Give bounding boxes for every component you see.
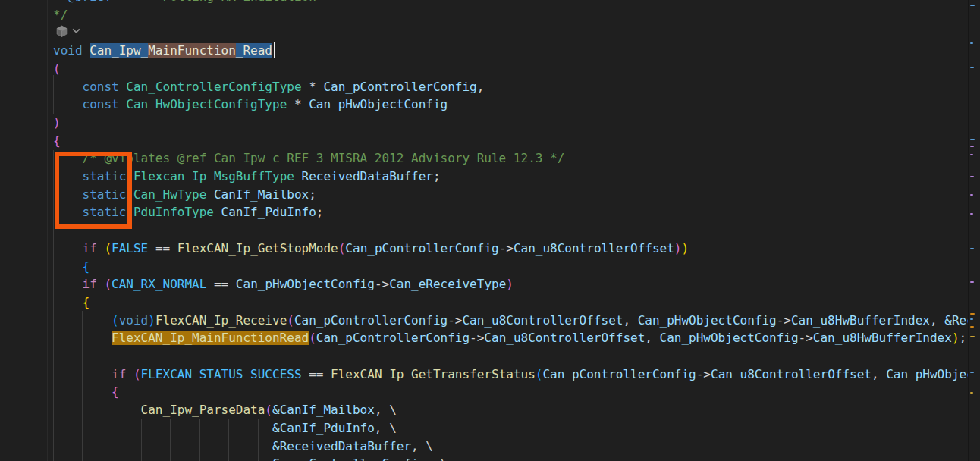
code-line[interactable]: FlexCAN_Ip_MainFunctionRead(Can_pControl… bbox=[53, 329, 966, 347]
code-line[interactable]: */ bbox=[53, 6, 68, 24]
code-token bbox=[214, 205, 221, 219]
code-token bbox=[53, 439, 272, 453]
code-token bbox=[97, 241, 105, 256]
code-line[interactable]: @brief Polling RX indication bbox=[53, 0, 316, 6]
code-token: Can_Ipw_ bbox=[90, 43, 148, 58]
code-token: == bbox=[214, 277, 228, 291]
code-token: CanIf_PduInfo bbox=[280, 421, 375, 435]
code-token: == bbox=[155, 241, 170, 256]
code-token: , bbox=[623, 313, 637, 328]
code-line[interactable]: ) bbox=[53, 114, 61, 132]
code-token bbox=[53, 80, 83, 94]
code-token: ; bbox=[433, 169, 441, 183]
code-token: Can_pControllerConfig bbox=[316, 331, 470, 345]
code-token bbox=[323, 367, 331, 381]
code-token: { bbox=[83, 295, 90, 309]
minimap-mark bbox=[970, 326, 974, 328]
code-line[interactable]: { bbox=[53, 383, 119, 401]
code-token bbox=[119, 97, 127, 111]
code-token: Can_pHwObjectConfig bbox=[236, 277, 375, 291]
code-token: CanIf_Mailbox bbox=[214, 187, 309, 202]
code-token: * bbox=[294, 97, 302, 111]
code-token: ( bbox=[338, 241, 346, 256]
code-token bbox=[53, 277, 83, 291]
code-editor[interactable]: @brief Polling RX indication*/void Can_I… bbox=[0, 0, 980, 461]
code-token: , bbox=[645, 331, 659, 345]
code-token: -> bbox=[375, 277, 389, 291]
code-line[interactable]: { bbox=[53, 132, 61, 150]
code-token bbox=[83, 43, 90, 58]
code-token: Can_Ipw_ParseData bbox=[141, 403, 265, 417]
code-token: Can_u8ControllerOffset bbox=[514, 241, 674, 256]
code-token: { bbox=[83, 259, 90, 274]
code-token bbox=[170, 241, 177, 256]
code-token: CanIf_PduInfo bbox=[221, 205, 316, 219]
code-token: void bbox=[53, 43, 83, 58]
minimap-mark bbox=[970, 146, 974, 147]
code-line[interactable]: ( bbox=[53, 60, 61, 78]
code-token: /* @violates @ref Can_Ipw_c_REF_3 MISRA … bbox=[83, 151, 565, 165]
code-token: FALSE bbox=[112, 241, 148, 256]
code-line[interactable]: Can_pControllerConfig, \ bbox=[53, 455, 448, 461]
code-token bbox=[53, 403, 141, 417]
code-line[interactable]: { bbox=[53, 258, 90, 276]
cube-icon bbox=[55, 25, 68, 38]
minimap-mark bbox=[970, 67, 974, 68]
code-token: ) bbox=[681, 241, 689, 256]
code-line[interactable]: const Can_HwObjectConfigType * Can_pHwOb… bbox=[53, 96, 448, 114]
code-token: ; bbox=[309, 187, 316, 202]
code-token: Can_pHwObjectConfig bbox=[886, 367, 980, 381]
code-line[interactable]: const Can_ControllerConfigType * Can_pCo… bbox=[53, 78, 484, 96]
code-token: Can_pControllerConfig bbox=[294, 313, 448, 328]
code-token: ) bbox=[53, 115, 61, 130]
code-token bbox=[316, 80, 324, 94]
code-token: const bbox=[83, 97, 119, 111]
code-token bbox=[112, 0, 162, 4]
code-token: ( bbox=[53, 61, 61, 76]
code-token: FlexCAN_Ip_GetTransferStatus bbox=[331, 367, 536, 381]
code-line[interactable]: { bbox=[53, 293, 90, 312]
lens-decoration[interactable] bbox=[55, 25, 81, 41]
code-token bbox=[53, 331, 112, 345]
minimap[interactable] bbox=[968, 0, 980, 461]
code-token: & bbox=[944, 313, 952, 328]
code-token: ReceivedDataBuffer bbox=[280, 439, 411, 453]
minimap-mark bbox=[970, 154, 973, 155]
code-token: if bbox=[112, 367, 126, 381]
code-token: , bbox=[872, 367, 886, 381]
code-token: Can_pHwObjectConfig bbox=[660, 331, 799, 345]
code-token: ( bbox=[104, 241, 112, 256]
code-token: , bbox=[375, 421, 389, 435]
gutter-border bbox=[47, 0, 48, 461]
code-token: ( bbox=[104, 277, 112, 291]
minimap-mark bbox=[970, 281, 974, 283]
code-line[interactable]: if (FALSE == FlexCAN_Ip_GetStopMode(Can_… bbox=[53, 240, 689, 258]
code-token: * bbox=[309, 80, 316, 94]
code-line[interactable]: if (CAN_RX_NORMAL == Can_pHwObjectConfig… bbox=[53, 275, 514, 293]
minimap-mark bbox=[970, 5, 975, 6]
code-line[interactable]: Can_Ipw_ParseData(&CanIf_Mailbox, \ bbox=[53, 401, 397, 419]
code-token: Flexcan_Ip_MsgBuffType bbox=[133, 169, 294, 183]
code-line[interactable]: &CanIf_PduInfo, \ bbox=[53, 419, 397, 437]
code-token: Can_u8HwBufferIndex bbox=[791, 313, 930, 328]
code-token bbox=[206, 277, 214, 291]
code-token: Can_HwObjectConfigType bbox=[126, 97, 287, 111]
code-token: Can_u8ControllerOffset bbox=[711, 367, 872, 381]
code-token: ; bbox=[960, 331, 967, 345]
code-token: ( bbox=[133, 367, 141, 381]
code-line[interactable]: &ReceivedDataBuffer, \ bbox=[53, 437, 433, 456]
chevron-down-icon[interactable] bbox=[71, 26, 81, 36]
code-token: FLEXCAN_STATUS_SUCCESS bbox=[141, 367, 302, 381]
code-token: -> bbox=[696, 367, 711, 381]
code-token: CAN_RX_NORMAL bbox=[112, 277, 206, 291]
code-token: MainFunction bbox=[148, 43, 236, 58]
code-token bbox=[119, 80, 127, 94]
code-token: Can_pHwObjectConfig bbox=[309, 97, 448, 111]
code-token: FlexCAN_Ip_Receive bbox=[155, 313, 287, 328]
code-line[interactable]: if (FLEXCAN_STATUS_SUCCESS == FlexCAN_Ip… bbox=[53, 365, 980, 384]
code-line[interactable]: void Can_Ipw_MainFunction_Read bbox=[53, 42, 275, 60]
code-line[interactable]: (void)FlexCAN_Ip_Receive(Can_pController… bbox=[53, 312, 980, 330]
code-token bbox=[53, 295, 83, 309]
code-token: & bbox=[272, 421, 280, 435]
code-token: _Read bbox=[236, 43, 272, 58]
